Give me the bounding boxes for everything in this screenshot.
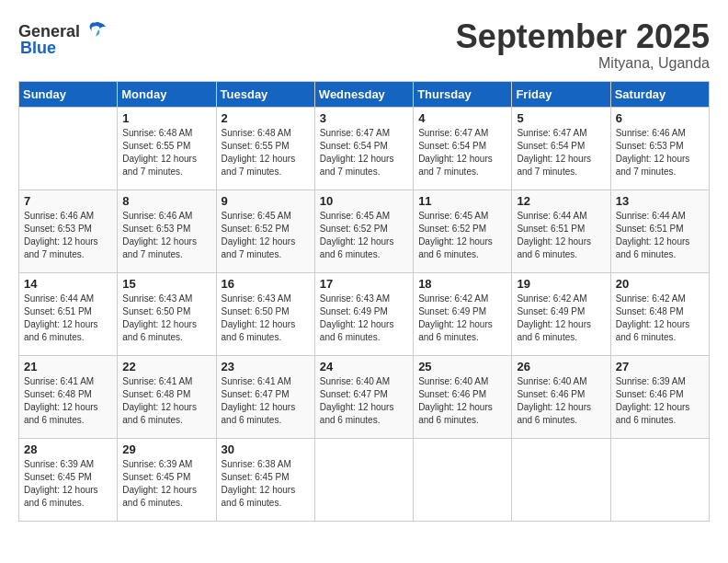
calendar-cell: 12Sunrise: 6:44 AMSunset: 6:51 PMDayligh… xyxy=(512,190,610,272)
calendar-cell: 20Sunrise: 6:42 AMSunset: 6:48 PMDayligh… xyxy=(610,272,709,355)
day-info: Sunrise: 6:43 AMSunset: 6:49 PMDaylight:… xyxy=(320,293,408,344)
calendar-cell: 1Sunrise: 6:48 AMSunset: 6:55 PMDaylight… xyxy=(118,107,216,190)
calendar-cell: 5Sunrise: 6:47 AMSunset: 6:54 PMDaylight… xyxy=(512,107,610,190)
header-friday: Friday xyxy=(512,81,610,107)
day-number: 16 xyxy=(222,277,310,291)
day-number: 17 xyxy=(320,277,408,291)
week-row-3: 14Sunrise: 6:44 AMSunset: 6:51 PMDayligh… xyxy=(19,272,710,355)
location-subtitle: Mityana, Uganda xyxy=(456,55,710,72)
day-number: 12 xyxy=(517,194,605,208)
day-info: Sunrise: 6:39 AMSunset: 6:45 PMDaylight:… xyxy=(122,458,210,510)
logo-blue: Blue xyxy=(20,39,56,58)
day-number: 9 xyxy=(222,194,310,208)
day-info: Sunrise: 6:48 AMSunset: 6:55 PMDaylight:… xyxy=(222,127,310,178)
day-number: 2 xyxy=(222,111,310,125)
day-info: Sunrise: 6:42 AMSunset: 6:49 PMDaylight:… xyxy=(418,293,506,344)
day-info: Sunrise: 6:40 AMSunset: 6:47 PMDaylight:… xyxy=(320,375,408,427)
day-info: Sunrise: 6:46 AMSunset: 6:53 PMDaylight:… xyxy=(24,210,112,261)
calendar-cell: 17Sunrise: 6:43 AMSunset: 6:49 PMDayligh… xyxy=(314,272,413,355)
day-number: 14 xyxy=(24,277,112,291)
title-block: September 2025 Mityana, Uganda xyxy=(456,18,710,72)
logo-bird-icon xyxy=(82,18,108,44)
calendar-cell: 15Sunrise: 6:43 AMSunset: 6:50 PMDayligh… xyxy=(118,272,216,355)
day-number: 29 xyxy=(122,442,210,456)
day-number: 11 xyxy=(418,194,506,208)
calendar-cell: 10Sunrise: 6:45 AMSunset: 6:52 PMDayligh… xyxy=(314,190,413,272)
header-tuesday: Tuesday xyxy=(216,81,314,107)
calendar-cell: 28Sunrise: 6:39 AMSunset: 6:45 PMDayligh… xyxy=(19,438,118,521)
calendar-cell: 21Sunrise: 6:41 AMSunset: 6:48 PMDayligh… xyxy=(19,355,118,438)
calendar-cell: 26Sunrise: 6:40 AMSunset: 6:46 PMDayligh… xyxy=(512,355,610,438)
day-number: 25 xyxy=(418,360,506,373)
day-number: 1 xyxy=(122,111,210,125)
day-number: 20 xyxy=(616,277,704,291)
day-info: Sunrise: 6:41 AMSunset: 6:48 PMDaylight:… xyxy=(122,375,210,427)
calendar-cell: 2Sunrise: 6:48 AMSunset: 6:55 PMDaylight… xyxy=(216,107,314,190)
logo: General Blue xyxy=(18,18,108,58)
calendar-cell: 7Sunrise: 6:46 AMSunset: 6:53 PMDaylight… xyxy=(19,190,118,272)
calendar-cell xyxy=(610,438,709,521)
calendar-cell: 23Sunrise: 6:41 AMSunset: 6:47 PMDayligh… xyxy=(216,355,314,438)
header-saturday: Saturday xyxy=(610,81,709,107)
calendar-cell: 24Sunrise: 6:40 AMSunset: 6:47 PMDayligh… xyxy=(314,355,413,438)
day-number: 7 xyxy=(24,194,112,208)
day-info: Sunrise: 6:38 AMSunset: 6:45 PMDaylight:… xyxy=(222,458,310,510)
week-row-1: 1Sunrise: 6:48 AMSunset: 6:55 PMDaylight… xyxy=(19,107,710,190)
day-info: Sunrise: 6:43 AMSunset: 6:50 PMDaylight:… xyxy=(122,293,210,344)
day-info: Sunrise: 6:45 AMSunset: 6:52 PMDaylight:… xyxy=(320,210,408,261)
day-number: 3 xyxy=(320,111,408,125)
header-thursday: Thursday xyxy=(414,81,512,107)
day-info: Sunrise: 6:48 AMSunset: 6:55 PMDaylight:… xyxy=(122,127,210,178)
calendar-cell: 25Sunrise: 6:40 AMSunset: 6:46 PMDayligh… xyxy=(414,355,512,438)
day-number: 19 xyxy=(517,277,605,291)
calendar-header-row: SundayMondayTuesdayWednesdayThursdayFrid… xyxy=(19,81,710,107)
day-number: 4 xyxy=(418,111,506,125)
day-number: 10 xyxy=(320,194,408,208)
day-info: Sunrise: 6:44 AMSunset: 6:51 PMDaylight:… xyxy=(616,210,704,261)
day-info: Sunrise: 6:41 AMSunset: 6:48 PMDaylight:… xyxy=(24,375,112,427)
day-info: Sunrise: 6:43 AMSunset: 6:50 PMDaylight:… xyxy=(222,293,310,344)
day-number: 27 xyxy=(616,360,704,373)
day-info: Sunrise: 6:44 AMSunset: 6:51 PMDaylight:… xyxy=(24,293,112,344)
week-row-5: 28Sunrise: 6:39 AMSunset: 6:45 PMDayligh… xyxy=(19,438,710,521)
day-number: 15 xyxy=(122,277,210,291)
day-info: Sunrise: 6:42 AMSunset: 6:48 PMDaylight:… xyxy=(616,293,704,344)
calendar-cell: 3Sunrise: 6:47 AMSunset: 6:54 PMDaylight… xyxy=(314,107,413,190)
day-info: Sunrise: 6:46 AMSunset: 6:53 PMDaylight:… xyxy=(122,210,210,261)
header-monday: Monday xyxy=(118,81,216,107)
day-number: 5 xyxy=(517,111,605,125)
day-info: Sunrise: 6:45 AMSunset: 6:52 PMDaylight:… xyxy=(418,210,506,261)
day-number: 24 xyxy=(320,360,408,373)
day-number: 28 xyxy=(24,442,112,456)
day-info: Sunrise: 6:47 AMSunset: 6:54 PMDaylight:… xyxy=(320,127,408,178)
day-info: Sunrise: 6:47 AMSunset: 6:54 PMDaylight:… xyxy=(418,127,506,178)
calendar-cell: 19Sunrise: 6:42 AMSunset: 6:49 PMDayligh… xyxy=(512,272,610,355)
day-info: Sunrise: 6:40 AMSunset: 6:46 PMDaylight:… xyxy=(418,375,506,427)
day-number: 22 xyxy=(122,360,210,373)
calendar-cell: 9Sunrise: 6:45 AMSunset: 6:52 PMDaylight… xyxy=(216,190,314,272)
day-number: 18 xyxy=(418,277,506,291)
day-info: Sunrise: 6:40 AMSunset: 6:46 PMDaylight:… xyxy=(517,375,605,427)
calendar-cell: 27Sunrise: 6:39 AMSunset: 6:46 PMDayligh… xyxy=(610,355,709,438)
day-number: 30 xyxy=(222,442,310,456)
day-info: Sunrise: 6:39 AMSunset: 6:45 PMDaylight:… xyxy=(24,458,112,510)
calendar-cell xyxy=(512,438,610,521)
calendar-cell xyxy=(414,438,512,521)
calendar-cell: 4Sunrise: 6:47 AMSunset: 6:54 PMDaylight… xyxy=(414,107,512,190)
week-row-2: 7Sunrise: 6:46 AMSunset: 6:53 PMDaylight… xyxy=(19,190,710,272)
day-number: 26 xyxy=(517,360,605,373)
calendar-cell xyxy=(19,107,118,190)
calendar-cell: 6Sunrise: 6:46 AMSunset: 6:53 PMDaylight… xyxy=(610,107,709,190)
day-info: Sunrise: 6:45 AMSunset: 6:52 PMDaylight:… xyxy=(222,210,310,261)
calendar-cell: 30Sunrise: 6:38 AMSunset: 6:45 PMDayligh… xyxy=(216,438,314,521)
day-number: 21 xyxy=(24,360,112,373)
month-title: September 2025 xyxy=(456,18,710,55)
header-wednesday: Wednesday xyxy=(314,81,413,107)
calendar-cell: 22Sunrise: 6:41 AMSunset: 6:48 PMDayligh… xyxy=(118,355,216,438)
day-number: 13 xyxy=(616,194,704,208)
day-info: Sunrise: 6:41 AMSunset: 6:47 PMDaylight:… xyxy=(222,375,310,427)
page-header: General Blue September 2025 Mityana, Uga… xyxy=(18,18,710,72)
calendar-cell: 16Sunrise: 6:43 AMSunset: 6:50 PMDayligh… xyxy=(216,272,314,355)
calendar-table: SundayMondayTuesdayWednesdayThursdayFrid… xyxy=(18,81,710,522)
day-info: Sunrise: 6:39 AMSunset: 6:46 PMDaylight:… xyxy=(616,375,704,427)
